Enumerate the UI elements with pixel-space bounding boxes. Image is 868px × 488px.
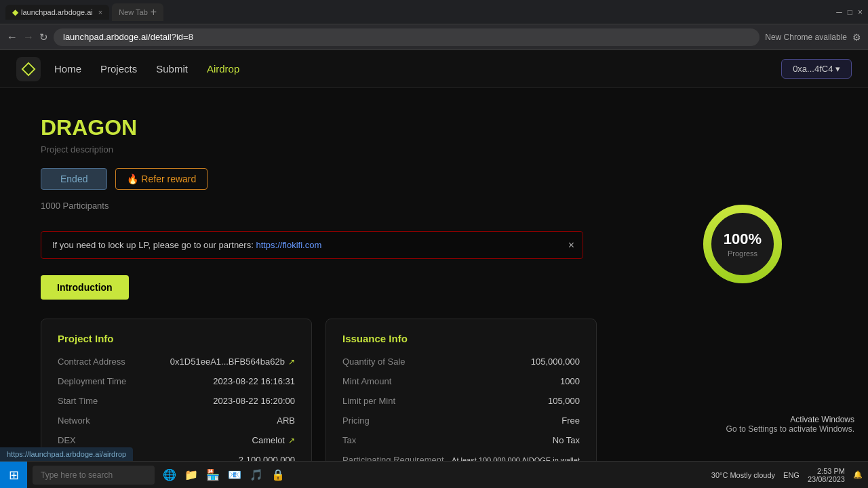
value-tax: No Tax xyxy=(553,435,580,445)
reload-btn[interactable]: ↻ xyxy=(39,31,48,43)
taskbar-search[interactable] xyxy=(33,466,155,485)
taskbar-icon-6[interactable]: 🔒 xyxy=(269,466,288,485)
back-btn[interactable]: ← xyxy=(7,31,18,43)
table-row: Mint Amount 1000 xyxy=(342,376,580,386)
nav-projects[interactable]: Projects xyxy=(100,63,137,75)
taskbar: ⊞ 🌐 📁 🏪 📧 🎵 🔒 30°C Mostly cloudy ENG 2:5… xyxy=(0,461,868,488)
table-row: Network ARB xyxy=(58,415,295,426)
taskbar-date: 23/08/2023 xyxy=(808,475,845,483)
refer-reward-button[interactable]: 🔥 Refer reward xyxy=(115,168,208,190)
wallet-button[interactable]: 0xa...4fC4 ▾ xyxy=(781,59,852,79)
table-row: Deployment Time 2023-08-22 16:16:31 xyxy=(58,376,295,386)
value-start-time: 2023-08-22 16:20:00 xyxy=(213,396,295,406)
extensions-icon[interactable]: ⚙ xyxy=(852,32,861,43)
table-row: Contract Address 0x1D51eeA1...BFB564ba62… xyxy=(58,357,295,367)
nav-home[interactable]: Home xyxy=(54,63,81,75)
new-tab-icon[interactable]: + xyxy=(151,6,157,18)
active-tab[interactable]: ◆ launchpad.arbdoge.ai × xyxy=(5,5,109,20)
address-bar: ← → ↻ New Chrome available ⚙ xyxy=(0,24,868,50)
taskbar-icon-4[interactable]: 📧 xyxy=(225,466,244,485)
project-info-title: Project Info xyxy=(58,333,295,344)
label-network: Network xyxy=(58,415,90,426)
taskbar-weather: 30°C Mostly cloudy xyxy=(711,471,775,479)
table-row: Limit per Mint 105,000 xyxy=(342,396,580,406)
issuance-info-title: Issuance Info xyxy=(342,333,580,344)
nav-submit[interactable]: Submit xyxy=(156,63,188,75)
taskbar-clock: 2:53 PM 23/08/2023 xyxy=(808,467,845,483)
taskbar-time: 2:53 PM xyxy=(808,467,845,475)
tooltip-bar: https://launchpad.arbdoge.ai/airdrop xyxy=(0,447,133,461)
value-mint-amount: 1000 xyxy=(560,376,580,386)
value-contract-address: 0x1D51eeA1...BFB564ba62b ↗ xyxy=(170,357,295,367)
value-quantity: 105,000,000 xyxy=(531,357,580,367)
table-row: Start Time 2023-08-22 16:20:00 xyxy=(58,396,295,406)
browser-chrome: ◆ launchpad.arbdoge.ai × New Tab + ─ □ × xyxy=(0,0,868,24)
table-row: Pricing Free xyxy=(342,415,580,426)
label-mint-amount: Mint Amount xyxy=(342,376,391,386)
progress-circle: 100% Progress xyxy=(698,200,787,288)
contract-link-icon[interactable]: ↗ xyxy=(288,357,295,367)
app-logo[interactable] xyxy=(16,57,41,81)
label-limit-per-mint: Limit per Mint xyxy=(342,396,395,406)
taskbar-language: ENG xyxy=(783,471,800,479)
participants-count: 1000 Participants xyxy=(41,201,705,211)
value-limit-per-mint: 105,000 xyxy=(548,396,580,406)
taskbar-icon-2[interactable]: 📁 xyxy=(182,466,201,485)
page-content: DRAGON Project description Ended 🔥 Refer… xyxy=(0,88,868,488)
project-title: DRAGON xyxy=(41,115,705,140)
minimize-btn[interactable]: ─ xyxy=(836,7,842,17)
notice-banner: If you need to lock up LP, please go to … xyxy=(41,231,583,259)
value-pricing: Free xyxy=(561,415,580,426)
progress-percentage: 100% xyxy=(724,230,762,248)
notice-close-icon[interactable]: × xyxy=(568,239,574,251)
label-quantity: Quantity of Sale xyxy=(342,357,406,367)
label-start-time: Start Time xyxy=(58,396,98,406)
taskbar-notification-icon[interactable]: 🔔 xyxy=(853,470,863,479)
table-row: DEX Camelot ↗ xyxy=(58,435,295,445)
status-badge: Ended xyxy=(41,168,107,190)
label-deployment-time: Deployment Time xyxy=(58,376,126,386)
label-dex: DEX xyxy=(58,435,76,445)
progress-text: 100% Progress xyxy=(724,230,762,258)
taskbar-right: 30°C Mostly cloudy ENG 2:53 PM 23/08/202… xyxy=(711,467,863,483)
introduction-button[interactable]: Introduction xyxy=(41,275,129,300)
new-chrome-label: New Chrome available xyxy=(765,33,847,42)
maximize-btn[interactable]: □ xyxy=(848,7,852,17)
value-network: ARB xyxy=(277,415,295,426)
notice-link[interactable]: https://flokifi.com xyxy=(256,240,321,250)
project-description: Project description xyxy=(41,144,705,155)
app-nav: Home Projects Submit Airdrop 0xa...4fC4 … xyxy=(0,50,868,88)
inactive-tab[interactable]: New Tab + xyxy=(112,3,163,21)
progress-label: Progress xyxy=(724,249,762,258)
tab-label: launchpad.arbdoge.ai xyxy=(21,8,93,16)
nav-links: Home Projects Submit Airdrop xyxy=(54,63,781,75)
label-pricing: Pricing xyxy=(342,415,370,426)
close-btn[interactable]: × xyxy=(858,7,863,17)
forward-btn[interactable]: → xyxy=(23,31,34,43)
tab-close-icon[interactable]: × xyxy=(98,8,102,16)
notice-text: If you need to lock up LP, please go to … xyxy=(52,240,256,250)
table-row: Quantity of Sale 105,000,000 xyxy=(342,357,580,367)
badges-row: Ended 🔥 Refer reward xyxy=(41,168,705,190)
dex-link-icon[interactable]: ↗ xyxy=(288,436,295,445)
taskbar-icon-1[interactable]: 🌐 xyxy=(160,466,179,485)
value-dex: Camelot ↗ xyxy=(252,435,295,445)
start-button[interactable]: ⊞ xyxy=(0,462,27,489)
label-tax: Tax xyxy=(342,435,356,445)
label-contract-address: Contract Address xyxy=(58,357,125,367)
taskbar-icon-5[interactable]: 🎵 xyxy=(247,466,266,485)
new-tab-label: New Tab xyxy=(119,8,148,16)
progress-section: 100% Progress xyxy=(698,200,787,288)
value-deployment-time: 2023-08-22 16:16:31 xyxy=(213,376,295,386)
nav-airdrop[interactable]: Airdrop xyxy=(207,63,239,75)
main-content: DRAGON Project description Ended 🔥 Refer… xyxy=(0,88,746,488)
table-row: Tax No Tax xyxy=(342,435,580,445)
taskbar-icons: 🌐 📁 🏪 📧 🎵 🔒 xyxy=(160,466,288,485)
url-input[interactable] xyxy=(54,28,760,46)
taskbar-icon-3[interactable]: 🏪 xyxy=(203,466,222,485)
